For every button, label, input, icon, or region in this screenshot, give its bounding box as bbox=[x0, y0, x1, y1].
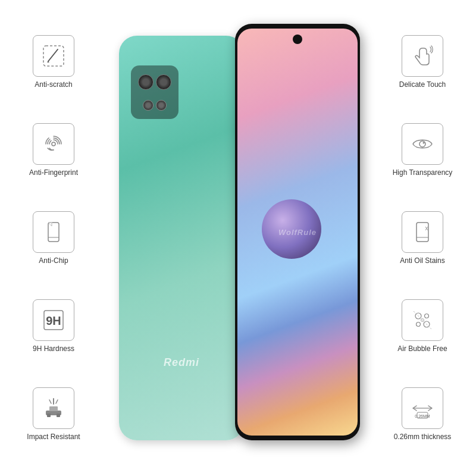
bubble-icon-box bbox=[402, 299, 443, 341]
feature-anti-chip: Anti-Chip bbox=[12, 211, 95, 265]
impact-icon bbox=[41, 396, 66, 421]
phone-brand: Redmi bbox=[164, 356, 199, 369]
anti-oil-label: Anti Oil Stains bbox=[400, 256, 444, 265]
svg-line-14 bbox=[49, 400, 51, 403]
svg-point-17 bbox=[423, 142, 425, 144]
touch-icon bbox=[410, 43, 435, 68]
9h-hardness-label: 9H Hardness bbox=[33, 345, 74, 353]
svg-line-1 bbox=[48, 49, 58, 61]
screen-watermark: WolfRule bbox=[278, 228, 317, 237]
feature-anti-fingerprint: Anti-Fingerprint bbox=[12, 123, 95, 177]
fingerprint-icon bbox=[41, 131, 66, 156]
feature-9h-hardness: 9H 9H Hardness bbox=[12, 299, 95, 353]
thickness-label: 0.26mm thickness bbox=[394, 433, 452, 441]
eye-icon-box bbox=[402, 123, 443, 165]
high-transparency-label: High Transparency bbox=[393, 168, 453, 177]
main-layout: Anti-scratch Anti-Fingerprint bbox=[0, 0, 476, 476]
impact-resistant-label: Impact Resistant bbox=[27, 433, 80, 441]
scratch-icon bbox=[41, 43, 66, 68]
phone-display: Redmi WolfRule bbox=[101, 12, 375, 464]
svg-point-24 bbox=[416, 322, 421, 327]
anti-oil-icon-box bbox=[402, 211, 443, 253]
camera-module bbox=[131, 65, 178, 119]
feature-anti-oil: Anti Oil Stains bbox=[381, 211, 464, 265]
anti-chip-label: Anti-Chip bbox=[39, 256, 68, 265]
feature-air-bubble: Air Bubble Free bbox=[381, 299, 464, 353]
svg-point-16 bbox=[419, 141, 425, 147]
svg-rect-4 bbox=[48, 223, 59, 242]
camera-lens-4 bbox=[156, 100, 167, 111]
bubble-icon bbox=[410, 308, 435, 333]
left-features: Anti-scratch Anti-Fingerprint bbox=[6, 12, 101, 464]
front-camera bbox=[293, 35, 302, 44]
anti-oil-icon bbox=[410, 220, 435, 245]
thickness-icon: 0.26MM bbox=[410, 396, 435, 421]
camera-lens-1 bbox=[138, 74, 154, 90]
phone-screen: WolfRule bbox=[237, 29, 358, 436]
camera-lens-3 bbox=[143, 100, 154, 111]
phone-container: Redmi WolfRule bbox=[113, 18, 363, 458]
svg-line-15 bbox=[56, 400, 58, 403]
9h-icon-box: 9H bbox=[33, 299, 74, 341]
svg-text:9H: 9H bbox=[46, 314, 61, 327]
eye-icon bbox=[410, 131, 435, 156]
anti-scratch-label: Anti-scratch bbox=[35, 80, 72, 89]
svg-line-27 bbox=[414, 311, 431, 329]
impact-icon-box bbox=[33, 387, 74, 429]
feature-anti-scratch: Anti-scratch bbox=[12, 35, 95, 89]
right-features: Delicate Touch High Transparency bbox=[375, 12, 470, 464]
anti-scratch-icon-box bbox=[33, 35, 74, 77]
thickness-icon-box: 0.26MM bbox=[402, 387, 443, 429]
delicate-touch-label: Delicate Touch bbox=[399, 80, 446, 89]
chip-icon bbox=[41, 220, 66, 245]
svg-rect-0 bbox=[43, 46, 64, 66]
anti-chip-icon-box bbox=[33, 211, 74, 253]
svg-rect-10 bbox=[49, 406, 58, 411]
svg-point-3 bbox=[52, 142, 55, 146]
feature-delicate-touch: Delicate Touch bbox=[381, 35, 464, 89]
phone-front: WolfRule bbox=[235, 24, 360, 440]
svg-text:0.26MM: 0.26MM bbox=[415, 414, 430, 418]
anti-fingerprint-icon-box bbox=[33, 123, 74, 165]
svg-marker-2 bbox=[47, 61, 49, 62]
air-bubble-label: Air Bubble Free bbox=[397, 345, 447, 353]
touch-icon-box bbox=[402, 35, 443, 77]
svg-rect-11 bbox=[47, 414, 51, 417]
feature-thickness: 0.26MM 0.26mm thickness bbox=[381, 387, 464, 441]
feature-high-transparency: High Transparency bbox=[381, 123, 464, 177]
svg-line-6 bbox=[48, 223, 52, 226]
svg-rect-12 bbox=[57, 414, 60, 417]
camera-lens-2 bbox=[156, 74, 171, 90]
9h-icon: 9H bbox=[41, 308, 66, 333]
svg-point-23 bbox=[425, 314, 429, 318]
anti-fingerprint-label: Anti-Fingerprint bbox=[29, 168, 78, 177]
phone-back: Redmi bbox=[119, 36, 244, 440]
svg-rect-18 bbox=[416, 223, 428, 242]
feature-impact-resistant: Impact Resistant bbox=[12, 387, 95, 441]
